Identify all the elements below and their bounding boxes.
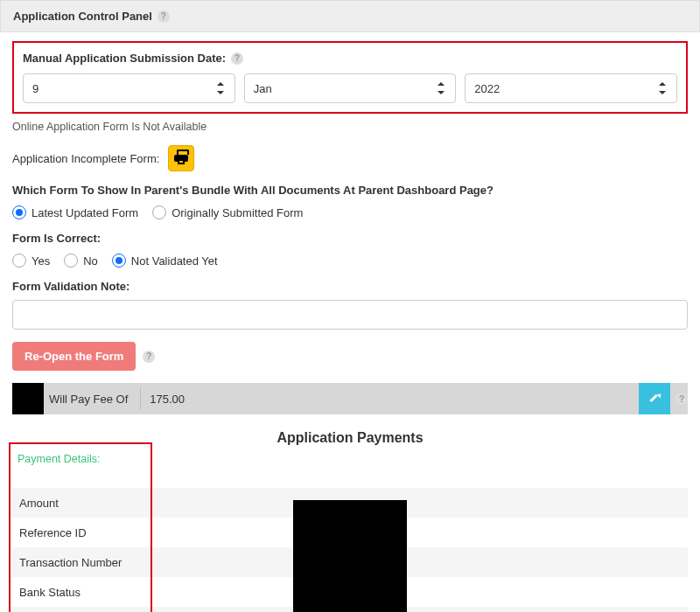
divider [140, 387, 141, 409]
updown-icon [438, 82, 446, 94]
month-value: Jan [254, 82, 272, 95]
radio-yes[interactable]: Yes [12, 254, 50, 268]
row-label: Reference ID [19, 526, 150, 539]
fee-bar: Will Pay Fee Of 175.00 ? [12, 383, 688, 414]
panel-title: Application Control Panel [13, 10, 152, 23]
panel-header: Application Control Panel ? [0, 0, 700, 32]
month-select[interactable]: Jan [244, 73, 457, 103]
radio-originally-submitted[interactable]: Originally Submitted Form [152, 205, 303, 219]
payments-section-title: Application Payments [12, 430, 688, 446]
validation-note-label: Form Validation Note: [12, 280, 688, 293]
redacted-values-block [293, 500, 407, 612]
print-icon [174, 153, 188, 163]
pencil-icon [648, 393, 661, 405]
submission-date-label-text: Manual Application Submission Date: [23, 52, 226, 65]
form-correct-label: Form Is Correct: [12, 232, 688, 245]
radio-label: No [83, 254, 98, 268]
radio-icon [12, 254, 26, 268]
radio-icon [12, 205, 26, 219]
fee-label: Will Pay Fee Of [44, 393, 140, 406]
payment-details-heading: Payment Details: [12, 446, 688, 472]
validation-note-input[interactable] [12, 300, 688, 330]
row-label: Amount [19, 497, 150, 510]
bundle-question-label: Which Form To Show In Parent's Bundle Wi… [12, 184, 688, 197]
day-select[interactable]: 9 [23, 73, 235, 103]
fee-amount: 175.00 [150, 393, 639, 406]
reopen-form-button[interactable]: Re-Open the Form [12, 342, 136, 371]
submission-date-label: Manual Application Submission Date: ? [23, 52, 677, 65]
radio-icon [152, 205, 166, 219]
row-label: Transaction Number [19, 556, 150, 569]
online-form-note: Online Application Form Is Not Available [12, 121, 688, 133]
updown-icon [659, 82, 668, 94]
radio-not-validated[interactable]: Not Validated Yet [112, 254, 218, 268]
incomplete-form-label: Application Incomplete Form: [12, 152, 159, 165]
radio-latest-updated[interactable]: Latest Updated Form [12, 205, 138, 219]
edit-fee-button[interactable] [639, 383, 670, 414]
day-value: 9 [32, 82, 38, 95]
year-value: 2022 [474, 82, 500, 95]
radio-no[interactable]: No [64, 254, 98, 268]
row-label: Bank Status [19, 586, 150, 599]
info-icon[interactable]: ? [676, 393, 688, 405]
radio-label: Yes [32, 254, 50, 268]
submission-date-highlight: Manual Application Submission Date: ? 9 … [12, 41, 688, 114]
print-button[interactable] [168, 145, 194, 171]
radio-icon [64, 254, 78, 268]
radio-label: Originally Submitted Form [172, 206, 303, 219]
fee-redacted-block [12, 383, 44, 414]
info-icon[interactable]: ? [231, 52, 243, 65]
radio-label: Latest Updated Form [32, 206, 138, 219]
radio-label: Not Validated Yet [131, 254, 218, 268]
info-icon[interactable]: ? [143, 351, 155, 363]
updown-icon [217, 82, 226, 94]
year-select[interactable]: 2022 [465, 73, 677, 103]
radio-icon [112, 254, 126, 268]
info-icon[interactable]: ? [158, 10, 170, 23]
